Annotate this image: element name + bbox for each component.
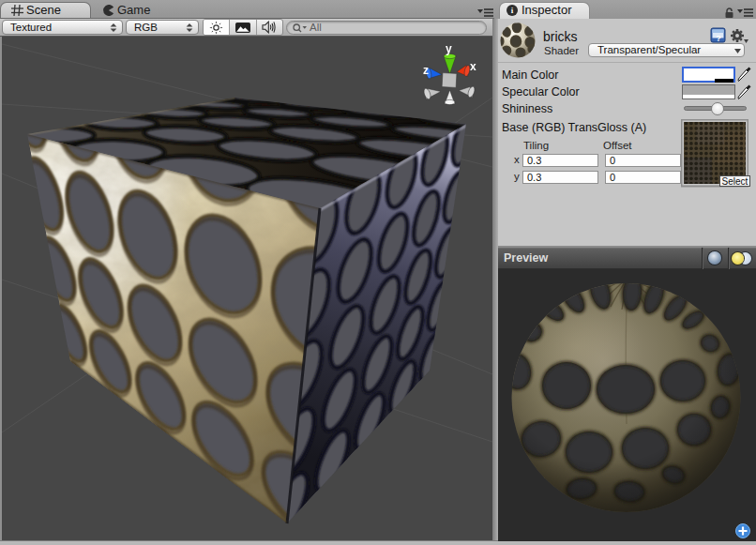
- svg-text:x: x: [470, 60, 476, 73]
- svg-text:z: z: [423, 64, 429, 77]
- svg-text:?: ?: [716, 34, 721, 43]
- svg-text:y: y: [446, 42, 452, 55]
